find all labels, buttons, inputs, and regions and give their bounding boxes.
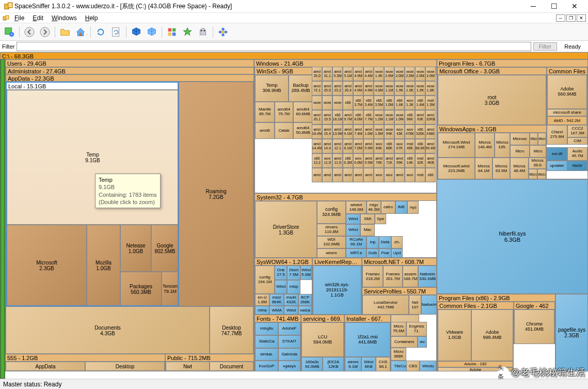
driverstore[interactable]: DriverStore1.3GB — [255, 201, 317, 258]
msnet-header[interactable]: Microsoft.NET - 608.7M — [362, 258, 437, 266]
winsxs-cell[interactable]: wow1.9K — [394, 81, 405, 96]
winsxs-cell[interactable]: amd — [353, 168, 363, 182]
winsxs-cell[interactable]: wow1.9K — [415, 81, 425, 96]
winsxs-cell[interactable]: wow1.9K — [374, 67, 384, 81]
winsxs-cell[interactable]: wov84K — [374, 139, 384, 153]
winsxs-cell[interactable]: x8680K — [384, 139, 394, 153]
win32k[interactable]: win32k.sys-20191119-1.1GB — [313, 266, 361, 315]
roaming-block[interactable]: Roaming 7.2GB — [179, 82, 253, 306]
winsxs-cell[interactable]: amd4.9M — [363, 81, 374, 96]
winsxs-cell[interactable]: x8688.6K — [415, 139, 425, 153]
serviceprofiles-header[interactable]: ServiceProfiles - 550.7M — [362, 288, 437, 295]
winsxs-cell[interactable]: amd — [312, 168, 322, 182]
winsxs-cell[interactable]: wov11.0 — [322, 153, 332, 168]
winsxs-cell[interactable]: wow2.0M — [394, 67, 405, 81]
winsxs-cell[interactable]: amd4.9M — [353, 81, 363, 96]
winsxs-cell[interactable]: amd72.1 — [312, 81, 322, 96]
forward-button[interactable] — [38, 25, 52, 39]
google-header[interactable]: Google - 462 — [514, 302, 554, 309]
winsxs-cell[interactable]: wow — [322, 96, 332, 110]
appdata-b[interactable]: AppData — [6, 362, 85, 371]
winsxs-cell[interactable]: amd56.4M — [425, 139, 436, 153]
winsxs-cell[interactable]: wow1.0M — [394, 110, 405, 125]
new-scan-button[interactable]: + — [2, 25, 17, 39]
winsxs-cell[interactable]: amd4.9M — [353, 67, 363, 81]
winsxs-cell[interactable]: x863.7M — [353, 96, 363, 110]
winsxs-cell[interactable]: amd25.0 — [322, 81, 332, 96]
hiberfil[interactable]: hiberfil.sys 6.3GB — [437, 179, 588, 294]
folder-button[interactable] — [58, 25, 72, 39]
menu-windows[interactable]: Windows — [47, 13, 81, 23]
winsxs-cell[interactable]: wow1.1M — [384, 81, 394, 96]
chrome[interactable]: Chrome451.0MB — [514, 309, 554, 344]
winsxs-cell[interactable]: wow1.0K — [405, 81, 415, 96]
cube-solid-button[interactable] — [129, 25, 144, 39]
installer-header[interactable]: Installer - 667. — [345, 315, 390, 322]
document-b[interactable]: Document — [210, 362, 253, 371]
winsxs-cell[interactable]: wow2.0M — [425, 67, 436, 81]
winsxs-cell[interactable]: wov — [405, 168, 415, 182]
winsxs-cell[interactable]: amd93K — [415, 110, 425, 125]
livekernel-header[interactable]: LiveKernelReports - 1.1 — [313, 258, 361, 266]
winsxs-cell[interactable]: amd12.1 — [332, 139, 343, 153]
winsxs-cell[interactable]: msil32K — [415, 153, 425, 168]
star-button[interactable] — [180, 25, 195, 39]
wsxs-temp[interactable]: Temp306.9MB — [255, 75, 289, 102]
manifests[interactable]: Manife85.7M — [255, 102, 275, 122]
winsxs-cell[interactable]: amd9.7M — [343, 110, 353, 125]
winsxs-cell[interactable]: amd35.0 — [312, 67, 322, 81]
winsxs-cell[interactable]: x86 — [425, 168, 436, 182]
winsxs-cell[interactable]: x8613.2 — [312, 153, 322, 168]
winsxs-cell[interactable]: x867.7M — [363, 110, 374, 125]
appdata-header[interactable]: AppData - 22.3GB — [6, 75, 254, 82]
blocks-button[interactable] — [165, 25, 179, 39]
winsxs-cell[interactable]: amd9.1M — [343, 125, 353, 139]
winsxs-cell[interactable]: amd20.1 — [312, 110, 322, 125]
winsxs-cell[interactable]: amd11.0 — [332, 153, 343, 168]
minimize-button[interactable]: ─ — [523, 0, 544, 13]
winsxs-cell[interactable]: wow2.0M — [405, 67, 415, 81]
commonfilesx86-header[interactable]: Common Files - 2.1GB — [438, 302, 513, 309]
winsxs-cell[interactable]: x86320K — [415, 125, 425, 139]
winsxs-cell[interactable]: wov67K — [394, 139, 405, 153]
winsxs-cell[interactable]: amd76K — [374, 153, 384, 168]
winsxs-cell[interactable]: wow — [332, 96, 343, 110]
winsxs-cell[interactable]: amd — [332, 168, 343, 182]
winsxs-cell[interactable]: wow2.0M — [415, 67, 425, 81]
winsxs-cell[interactable]: msil40K — [405, 139, 415, 153]
programfilesx86-header[interactable]: Program Files (x86) - 2.9GB — [437, 294, 555, 302]
winsxs-cell[interactable]: amd5.9M — [363, 139, 374, 153]
winsxs-cell[interactable]: wow — [312, 96, 322, 110]
root-header[interactable]: C:\ - 68.3GB — [1, 53, 587, 59]
winsxs-cell[interactable]: amd23.2 — [332, 81, 343, 96]
treemap[interactable]: C:\ - 68.3GB Users - 29.4GB Administrato… — [0, 52, 588, 379]
child-minimize[interactable]: ─ — [556, 14, 565, 22]
winsxs-cell[interactable]: amd59K — [394, 153, 405, 168]
menu-help[interactable]: Help — [81, 13, 102, 23]
winsxs-cell[interactable]: amd1.0M — [363, 125, 374, 139]
servicing-header[interactable]: servicing - 669. — [301, 315, 344, 322]
free-space-strip[interactable] — [0, 59, 5, 379]
winsxs-cell[interactable]: amd — [394, 168, 405, 182]
menu-file[interactable]: File — [10, 13, 28, 23]
google-block[interactable]: Google 802.5MB — [151, 225, 179, 272]
winsxs-cell[interactable]: wov43K — [394, 125, 405, 139]
winsxs-cell[interactable]: amd5.1M — [343, 67, 353, 81]
winsxs-cell[interactable]: wov6.0M — [353, 153, 363, 168]
flower-button[interactable] — [216, 25, 230, 39]
winsxs-cell[interactable]: wov1.2K — [405, 96, 415, 110]
desktop-block[interactable]: Desktop 747.7MB — [210, 306, 253, 354]
winsxs-cell[interactable]: wow1.8K — [425, 81, 436, 96]
winsxs-cell[interactable]: amd — [322, 168, 332, 182]
filter-button[interactable]: Filter — [533, 42, 557, 51]
winsxs-cell[interactable]: amd71K — [384, 153, 394, 168]
winsxs-cell[interactable]: wow4.0M — [374, 81, 384, 96]
close-button[interactable]: ✕ — [564, 0, 585, 13]
winsxs-cell[interactable]: amd20.4 — [343, 81, 353, 96]
winsxs-cell[interactable]: x868.0M — [353, 110, 363, 125]
adobe-x86[interactable]: Adobe998.4MB — [471, 309, 513, 361]
winsxs-cell[interactable]: wow1.1M — [384, 110, 394, 125]
maximize-button[interactable]: ☐ — [544, 0, 564, 13]
cube-outline-button[interactable] — [145, 25, 159, 39]
vmware[interactable]: VMware1.0GB — [438, 309, 471, 361]
